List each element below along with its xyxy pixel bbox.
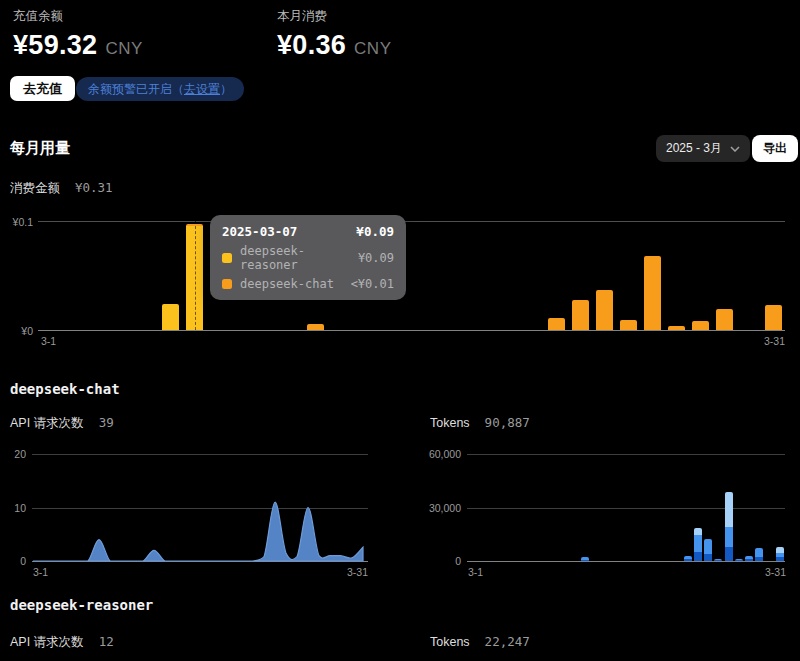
chat-requests-chart[interactable] — [32, 440, 368, 564]
chat-requests-metric: API 请求次数 39 — [10, 415, 114, 432]
alert-badge-text-suffix: ） — [220, 81, 232, 98]
balance-currency: CNY — [105, 39, 142, 59]
reasoner-requests-metric: API 请求次数 12 — [10, 634, 114, 651]
chat-requests-label: API 请求次数 — [10, 415, 84, 432]
month-spend-label: 本月消费 — [277, 8, 391, 25]
monthly-spend-metric-label: 消费金额 — [10, 180, 60, 197]
alert-badge-text: 余额预警已开启（ — [88, 81, 184, 98]
req-ytick-0: 0 — [0, 555, 26, 567]
balance-stat: 充值余额 ¥59.32 CNY — [13, 8, 143, 61]
reasoner-tokens-label: Tokens — [430, 635, 470, 649]
req-ytick-10: 10 — [0, 502, 26, 514]
monthly-ytick-max: ¥0.1 — [0, 216, 33, 228]
month-spend-currency: CNY — [354, 39, 391, 59]
reasoner-swatch-icon — [222, 253, 232, 263]
usage-dashboard: { "header": { "balance_label": "充值余额", "… — [0, 0, 800, 661]
tooltip-chat-label: deepseek-chat — [240, 277, 351, 291]
tok-axis — [467, 561, 785, 562]
tok-ytick-0: 0 — [401, 555, 461, 567]
monthly-axis — [38, 330, 785, 331]
tooltip-chat-value: <¥0.01 — [351, 277, 394, 291]
chevron-down-icon — [730, 146, 740, 152]
export-button[interactable]: 导出 — [752, 135, 798, 162]
req-xtick-start: 3-1 — [33, 566, 48, 578]
monthly-xtick-start: 3-1 — [41, 335, 56, 347]
tok-ytick-60000: 60,000 — [401, 448, 461, 460]
reasoner-model-title: deepseek-reasoner — [10, 597, 153, 613]
tooltip-date: 2025-03-07 — [222, 224, 297, 239]
chat-tokens-value: 90,887 — [485, 415, 530, 430]
month-spend-stat: 本月消费 ¥0.36 CNY — [277, 8, 391, 61]
month-spend-value: ¥0.36 — [277, 30, 346, 61]
alert-settings-link[interactable]: 去设置 — [184, 81, 220, 98]
tooltip-row-reasoner: deepseek-reasoner ¥0.09 — [222, 244, 394, 272]
monthly-xtick-end: 3-31 — [725, 335, 785, 347]
recharge-button[interactable]: 去充值 — [10, 76, 75, 101]
tok-gridline-60000 — [467, 454, 785, 455]
tok-ytick-30000: 30,000 — [401, 502, 461, 514]
tok-xtick-start: 3-1 — [468, 566, 483, 578]
reasoner-requests-value: 12 — [99, 634, 114, 649]
monthly-usage-title: 每月用量 — [10, 139, 70, 158]
monthly-gridline-top — [38, 221, 785, 222]
tooltip-total: ¥0.09 — [356, 224, 394, 239]
req-xtick-end: 3-31 — [330, 566, 368, 578]
reasoner-tokens-value: 22,247 — [485, 634, 530, 649]
reasoner-requests-label: API 请求次数 — [10, 634, 84, 651]
monthly-spend-metric-value: ¥0.31 — [75, 180, 113, 195]
chat-tokens-label: Tokens — [430, 416, 470, 430]
reasoner-tokens-metric: Tokens 22,247 — [430, 634, 530, 649]
balance-alert-badge[interactable]: 余额预警已开启（去设置） — [76, 77, 244, 101]
month-selector-value: 2025 - 3月 — [666, 140, 722, 157]
balance-value: ¥59.32 — [13, 30, 97, 61]
monthly-spend-metric: 消费金额 ¥0.31 — [10, 180, 113, 197]
chart-tooltip: 2025-03-07 ¥0.09 deepseek-reasoner ¥0.09… — [210, 215, 406, 300]
chat-swatch-icon — [222, 279, 232, 289]
chat-requests-value: 39 — [99, 415, 114, 430]
chat-model-title: deepseek-chat — [10, 381, 120, 397]
req-ytick-20: 20 — [0, 448, 26, 460]
tooltip-reasoner-label: deepseek-reasoner — [240, 244, 358, 272]
tok-gridline-30000 — [467, 508, 785, 509]
monthly-ytick-zero: ¥0 — [0, 325, 33, 337]
tok-xtick-end: 3-31 — [726, 566, 786, 578]
month-selector[interactable]: 2025 - 3月 — [656, 135, 750, 162]
tooltip-row-chat: deepseek-chat <¥0.01 — [222, 277, 394, 291]
balance-label: 充值余额 — [13, 8, 143, 25]
tooltip-reasoner-value: ¥0.09 — [358, 251, 394, 265]
chat-tokens-metric: Tokens 90,887 — [430, 415, 530, 430]
